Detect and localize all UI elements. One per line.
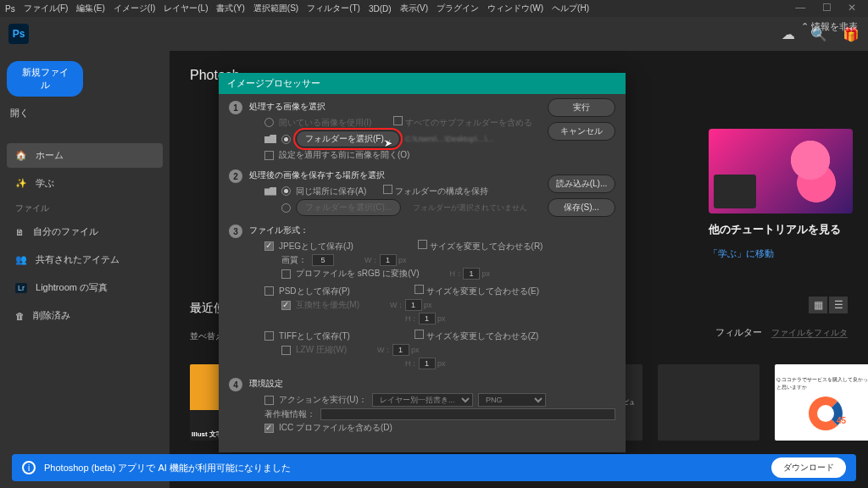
save-settings-button[interactable]: 保存(S)... xyxy=(548,198,615,217)
cloud-icon[interactable]: ☁ xyxy=(782,26,795,42)
home-icon: 🏠 xyxy=(15,150,27,161)
folder-icon xyxy=(264,135,276,143)
app-logo: Ps xyxy=(8,24,29,44)
menu-layer[interactable]: レイヤー(L) xyxy=(164,3,208,14)
sidebar-item-home[interactable]: 🏠 ホーム xyxy=(7,143,163,168)
lightroom-icon: Lr xyxy=(15,283,27,293)
folder-icon xyxy=(264,187,276,196)
menu-filter[interactable]: フィルター(T) xyxy=(307,3,360,14)
sidebar-item-label: 共有されたアイテム xyxy=(36,253,120,266)
resize-tiff-checkbox xyxy=(415,330,424,339)
recent-file-thumb[interactable] xyxy=(658,364,760,441)
banner-text: Photoshop (beta) アプリで AI 機能が利用可能になりました xyxy=(44,462,291,474)
topbar: Ps ☁ 🔍 🎁 xyxy=(0,17,868,51)
same-location-radio[interactable] xyxy=(281,186,291,196)
tiff-checkbox[interactable] xyxy=(264,331,274,341)
sidebar-item-lightroom[interactable]: Lr Lightroom の写真 xyxy=(7,275,163,300)
window-controls[interactable]: — ☐ ✕ xyxy=(795,2,863,14)
recent-file-thumb[interactable]: Q.ココナラでサービスを購入して良かったと思いますか xyxy=(775,364,868,441)
jpeg-h-input xyxy=(463,268,480,280)
file-icon: 🗎 xyxy=(15,227,25,237)
select-folder-radio[interactable] xyxy=(281,135,291,144)
cancel-button[interactable]: キャンセル xyxy=(548,122,615,141)
resize-jpeg-checkbox[interactable] xyxy=(418,240,427,249)
tiff-h-input xyxy=(419,358,436,369)
menu-file[interactable]: ファイル(F) xyxy=(24,3,69,14)
menu-3d[interactable]: 3D(D) xyxy=(369,4,392,14)
beta-banner: i Photoshop (beta) アプリで AI 機能が利用可能になりました… xyxy=(12,454,856,481)
menu-help[interactable]: ヘルプ(H) xyxy=(552,3,589,14)
tutorial-panel: 他のチュートリアルを見る 「学ぶ」に移動 xyxy=(698,119,868,270)
tutorial-title: 他のチュートリアルを見る xyxy=(709,222,858,237)
menu-view[interactable]: 表示(V) xyxy=(400,3,428,14)
menu-select[interactable]: 選択範囲(S) xyxy=(253,3,298,14)
resize-psd-checkbox xyxy=(415,285,424,294)
filter-input[interactable] xyxy=(771,328,848,338)
grid-view-icon[interactable]: ▦ xyxy=(809,297,827,313)
tutorial-thumbnail[interactable] xyxy=(709,129,853,214)
section-head: ファイル形式： xyxy=(249,225,615,236)
dialog-title: イメージプロセッサー xyxy=(219,73,626,94)
quality-input[interactable] xyxy=(312,254,334,266)
srgb-checkbox[interactable] xyxy=(281,269,291,279)
select-dest-folder-button: フォルダーを選択(C)... xyxy=(296,199,401,216)
select-source-folder-button[interactable]: フォルダーを選択(F)...➤ xyxy=(296,130,400,147)
sidebar-item-label: 自分のファイル xyxy=(33,225,98,238)
menu-window[interactable]: ウィンドウ(W) xyxy=(487,3,543,14)
run-action-checkbox[interactable] xyxy=(264,396,274,405)
copyright-input[interactable] xyxy=(320,408,615,420)
step-badge: 2 xyxy=(229,169,242,183)
load-button[interactable]: 読み込み(L)... xyxy=(548,175,615,193)
sidebar-item-label: 削除済み xyxy=(33,309,70,322)
download-button[interactable]: ダウンロード xyxy=(771,458,846,478)
tiff-w-input xyxy=(392,344,409,356)
open-button[interactable]: 開く xyxy=(7,100,163,126)
collapse-info-button[interactable]: ⌃ 情報を非表 xyxy=(801,20,858,33)
learn-icon: ✨ xyxy=(15,178,27,189)
menu-edit[interactable]: 編集(E) xyxy=(76,3,104,14)
sidebar-item-shared[interactable]: 👥 共有されたアイテム xyxy=(7,247,163,272)
list-view-icon[interactable]: ☰ xyxy=(829,297,848,313)
view-toggle[interactable]: ▦ ☰ xyxy=(809,297,848,313)
sidebar-section-label: ファイル xyxy=(7,199,163,216)
sidebar-item-deleted[interactable]: 🗑 削除済み xyxy=(7,303,163,328)
keep-structure-checkbox xyxy=(383,185,392,194)
psd-w-input xyxy=(405,299,422,311)
menubar[interactable]: Ps ファイル(F) 編集(E) イメージ(I) レイヤー(L) 書式(Y) 選… xyxy=(0,0,868,17)
tutorial-link[interactable]: 「学ぶ」に移動 xyxy=(709,247,858,260)
psd-checkbox[interactable] xyxy=(264,286,274,296)
shared-icon: 👥 xyxy=(15,254,27,265)
sidebar-item-learn[interactable]: ✨ 学ぶ xyxy=(7,171,163,196)
new-file-button[interactable]: 新規ファイル xyxy=(7,61,83,97)
include-subfolders-checkbox[interactable] xyxy=(393,116,403,125)
section-head: 環境設定 xyxy=(249,378,615,390)
select-dest-folder-radio[interactable] xyxy=(281,203,291,213)
use-open-radio[interactable] xyxy=(264,118,274,127)
menu-type[interactable]: 書式(Y) xyxy=(216,3,244,14)
sidebar: 新規ファイル 開く 🏠 ホーム ✨ 学ぶ ファイル 🗎 自分のファイル 👥 共有… xyxy=(0,51,170,488)
action-name-select: PNG xyxy=(478,393,546,407)
step-badge: 4 xyxy=(229,378,242,391)
jpeg-checkbox[interactable] xyxy=(264,241,274,251)
menu-image[interactable]: イメージ(I) xyxy=(114,3,155,14)
lzw-checkbox xyxy=(281,346,291,355)
step-badge: 3 xyxy=(229,225,242,238)
psd-h-input xyxy=(419,313,436,324)
icc-checkbox[interactable] xyxy=(264,424,274,433)
sidebar-item-your-files[interactable]: 🗎 自分のファイル xyxy=(7,219,163,244)
menu-plugins[interactable]: プラグイン xyxy=(437,3,479,14)
info-icon: i xyxy=(22,461,36,474)
image-processor-dialog: イメージプロセッサー 実行 キャンセル 読み込み(L)... 保存(S)... … xyxy=(219,73,626,452)
run-button[interactable]: 実行 xyxy=(548,98,615,117)
max-compat-checkbox xyxy=(281,301,291,310)
source-path: C:\Users\…\Desktop\…\… xyxy=(405,135,494,143)
open-first-checkbox[interactable] xyxy=(264,151,274,160)
step-badge: 1 xyxy=(229,101,242,114)
trash-icon: 🗑 xyxy=(15,311,25,321)
donut-chart-icon xyxy=(809,396,843,430)
sidebar-item-label: Lightroom の写真 xyxy=(36,281,108,294)
filter-label: フィルター xyxy=(715,327,762,337)
sidebar-item-label: ホーム xyxy=(36,149,64,162)
sidebar-item-label: 学ぶ xyxy=(36,177,54,190)
action-set-select: レイヤー別一括書き... xyxy=(372,393,473,407)
